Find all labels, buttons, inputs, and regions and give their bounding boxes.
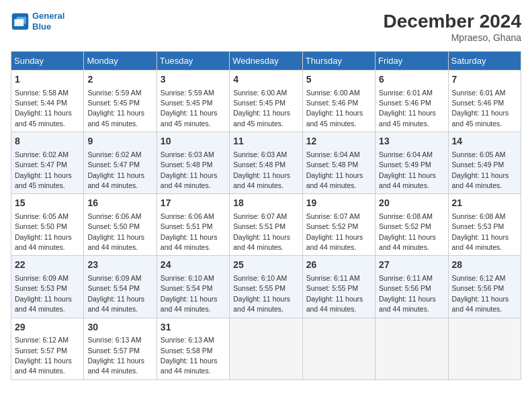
calendar-week-row: 15 Sunrise: 6:05 AMSunset: 5:50 PMDaylig…	[11, 194, 521, 256]
table-row: 12 Sunrise: 6:04 AMSunset: 5:48 PMDaylig…	[302, 132, 375, 194]
title-block: December 2024 Mpraeso, Ghana	[384, 11, 521, 43]
day-number: 24	[161, 259, 226, 272]
logo-line1: General	[32, 11, 64, 21]
table-row: 11 Sunrise: 6:03 AMSunset: 5:48 PMDaylig…	[230, 132, 302, 194]
header-sunday: Sunday	[11, 52, 84, 71]
day-number: 1	[15, 73, 80, 87]
table-row: 20 Sunrise: 6:08 AMSunset: 5:52 PMDaylig…	[375, 194, 448, 256]
table-row: 7 Sunrise: 6:01 AMSunset: 5:46 PMDayligh…	[448, 71, 521, 132]
day-info: Sunrise: 6:03 AMSunset: 5:48 PMDaylight:…	[161, 150, 218, 189]
day-info: Sunrise: 6:02 AMSunset: 5:47 PMDaylight:…	[87, 150, 144, 189]
table-row: 31 Sunrise: 6:13 AMSunset: 5:58 PMDaylig…	[157, 318, 229, 379]
day-info: Sunrise: 6:07 AMSunset: 5:51 PMDaylight:…	[233, 212, 290, 251]
day-number: 29	[15, 321, 80, 334]
table-row: 5 Sunrise: 6:00 AMSunset: 5:46 PMDayligh…	[302, 71, 375, 132]
day-number: 6	[379, 73, 444, 87]
day-number: 13	[379, 135, 444, 148]
table-row: 4 Sunrise: 6:00 AMSunset: 5:45 PMDayligh…	[230, 71, 302, 132]
month-title: December 2024	[384, 11, 521, 32]
day-number: 9	[87, 135, 152, 148]
day-number: 3	[161, 73, 226, 87]
day-number: 15	[15, 197, 80, 210]
day-number: 26	[306, 259, 371, 272]
header-thursday: Thursday	[302, 52, 375, 71]
day-number: 28	[452, 259, 517, 272]
table-row: 2 Sunrise: 5:59 AMSunset: 5:45 PMDayligh…	[84, 71, 157, 132]
day-number: 7	[452, 73, 517, 87]
svg-marker-2	[14, 19, 24, 26]
table-row: 9 Sunrise: 6:02 AMSunset: 5:47 PMDayligh…	[84, 132, 157, 194]
day-info: Sunrise: 5:59 AMSunset: 5:45 PMDaylight:…	[161, 89, 218, 128]
table-row: 1 Sunrise: 5:58 AMSunset: 5:44 PMDayligh…	[11, 71, 84, 132]
table-row: 6 Sunrise: 6:01 AMSunset: 5:46 PMDayligh…	[375, 71, 448, 132]
table-row	[448, 318, 521, 379]
table-row: 10 Sunrise: 6:03 AMSunset: 5:48 PMDaylig…	[157, 132, 229, 194]
calendar-week-row: 1 Sunrise: 5:58 AMSunset: 5:44 PMDayligh…	[11, 71, 521, 132]
day-number: 5	[306, 73, 371, 87]
day-number: 23	[87, 259, 152, 272]
day-info: Sunrise: 5:59 AMSunset: 5:45 PMDaylight:…	[87, 89, 144, 128]
day-info: Sunrise: 6:06 AMSunset: 5:50 PMDaylight:…	[87, 212, 144, 251]
table-row: 19 Sunrise: 6:07 AMSunset: 5:52 PMDaylig…	[302, 194, 375, 256]
day-info: Sunrise: 5:58 AMSunset: 5:44 PMDaylight:…	[15, 89, 72, 128]
calendar-week-row: 29 Sunrise: 6:12 AMSunset: 5:57 PMDaylig…	[11, 318, 521, 379]
day-number: 30	[87, 321, 152, 334]
table-row: 3 Sunrise: 5:59 AMSunset: 5:45 PMDayligh…	[157, 71, 229, 132]
logo-text: General Blue	[32, 11, 64, 32]
header-friday: Friday	[375, 52, 448, 71]
logo-icon	[11, 12, 30, 31]
day-info: Sunrise: 6:10 AMSunset: 5:55 PMDaylight:…	[233, 274, 290, 313]
table-row: 27 Sunrise: 6:11 AMSunset: 5:56 PMDaylig…	[375, 256, 448, 318]
table-row: 16 Sunrise: 6:06 AMSunset: 5:50 PMDaylig…	[84, 194, 157, 256]
table-row: 26 Sunrise: 6:11 AMSunset: 5:55 PMDaylig…	[302, 256, 375, 318]
day-number: 2	[87, 73, 152, 87]
day-number: 17	[161, 197, 226, 210]
table-row: 15 Sunrise: 6:05 AMSunset: 5:50 PMDaylig…	[11, 194, 84, 256]
day-info: Sunrise: 6:01 AMSunset: 5:46 PMDaylight:…	[379, 89, 436, 128]
day-info: Sunrise: 6:06 AMSunset: 5:51 PMDaylight:…	[161, 212, 218, 251]
day-info: Sunrise: 6:05 AMSunset: 5:50 PMDaylight:…	[15, 212, 72, 251]
table-row: 25 Sunrise: 6:10 AMSunset: 5:55 PMDaylig…	[230, 256, 302, 318]
day-info: Sunrise: 6:00 AMSunset: 5:46 PMDaylight:…	[306, 89, 363, 128]
calendar-week-row: 22 Sunrise: 6:09 AMSunset: 5:53 PMDaylig…	[11, 256, 521, 318]
page-header: General Blue December 2024 Mpraeso, Ghan…	[11, 11, 521, 43]
table-row: 24 Sunrise: 6:10 AMSunset: 5:54 PMDaylig…	[157, 256, 229, 318]
day-info: Sunrise: 6:13 AMSunset: 5:58 PMDaylight:…	[161, 336, 218, 375]
day-number: 12	[306, 135, 371, 148]
header-wednesday: Wednesday	[230, 52, 302, 71]
table-row: 13 Sunrise: 6:04 AMSunset: 5:49 PMDaylig…	[375, 132, 448, 194]
table-row: 8 Sunrise: 6:02 AMSunset: 5:47 PMDayligh…	[11, 132, 84, 194]
day-info: Sunrise: 6:08 AMSunset: 5:52 PMDaylight:…	[379, 212, 436, 251]
day-number: 11	[233, 135, 298, 148]
calendar-table: Sunday Monday Tuesday Wednesday Thursday…	[11, 51, 521, 380]
table-row: 21 Sunrise: 6:08 AMSunset: 5:53 PMDaylig…	[448, 194, 521, 256]
header-monday: Monday	[84, 52, 157, 71]
day-number: 27	[379, 259, 444, 272]
table-row	[302, 318, 375, 379]
table-row: 23 Sunrise: 6:09 AMSunset: 5:54 PMDaylig…	[84, 256, 157, 318]
header-saturday: Saturday	[448, 52, 521, 71]
table-row: 22 Sunrise: 6:09 AMSunset: 5:53 PMDaylig…	[11, 256, 84, 318]
day-info: Sunrise: 6:11 AMSunset: 5:55 PMDaylight:…	[306, 274, 363, 313]
day-info: Sunrise: 6:09 AMSunset: 5:53 PMDaylight:…	[15, 274, 72, 313]
day-number: 16	[87, 197, 152, 210]
table-row: 17 Sunrise: 6:06 AMSunset: 5:51 PMDaylig…	[157, 194, 229, 256]
day-number: 20	[379, 197, 444, 210]
logo-line2: Blue	[32, 21, 51, 32]
day-info: Sunrise: 6:10 AMSunset: 5:54 PMDaylight:…	[161, 274, 218, 313]
day-info: Sunrise: 6:04 AMSunset: 5:48 PMDaylight:…	[306, 150, 363, 189]
day-info: Sunrise: 6:02 AMSunset: 5:47 PMDaylight:…	[15, 150, 72, 189]
day-info: Sunrise: 6:12 AMSunset: 5:56 PMDaylight:…	[452, 274, 509, 313]
day-number: 31	[161, 321, 226, 334]
table-row: 28 Sunrise: 6:12 AMSunset: 5:56 PMDaylig…	[448, 256, 521, 318]
header-tuesday: Tuesday	[157, 52, 229, 71]
day-info: Sunrise: 6:01 AMSunset: 5:46 PMDaylight:…	[452, 89, 509, 128]
location: Mpraeso, Ghana	[384, 32, 521, 43]
day-number: 14	[452, 135, 517, 148]
calendar-week-row: 8 Sunrise: 6:02 AMSunset: 5:47 PMDayligh…	[11, 132, 521, 194]
day-info: Sunrise: 6:04 AMSunset: 5:49 PMDaylight:…	[379, 150, 436, 189]
day-number: 4	[233, 73, 298, 87]
day-info: Sunrise: 6:09 AMSunset: 5:54 PMDaylight:…	[87, 274, 144, 313]
table-row: 18 Sunrise: 6:07 AMSunset: 5:51 PMDaylig…	[230, 194, 302, 256]
day-number: 10	[161, 135, 226, 148]
